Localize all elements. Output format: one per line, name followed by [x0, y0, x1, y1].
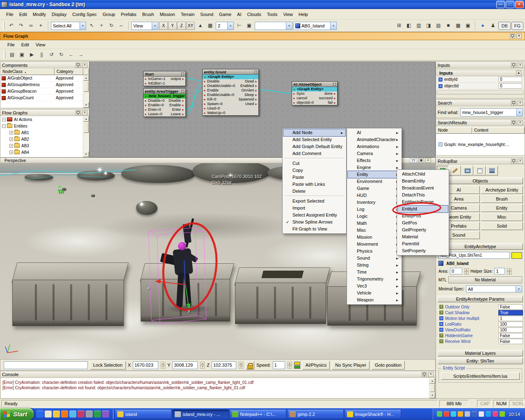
- tree-expander-icon[interactable]: [9, 151, 13, 154]
- flowgraph-toolbar-button[interactable]: ↻: [57, 50, 66, 59]
- component-row[interactable]: AIGroupAlertness Approved: [0, 82, 89, 88]
- tab-database[interactable]: [474, 166, 486, 176]
- menu-item[interactable]: Clouds: [244, 10, 264, 18]
- context-menu-item[interactable]: Select Assigned Entity: [283, 212, 345, 219]
- entity-menu-item[interactable]: EntityPos: [398, 212, 448, 219]
- flowgraph-toolbar-button[interactable]: ↺: [47, 50, 56, 59]
- category-menu-item[interactable]: Movement: [348, 241, 401, 248]
- tab-layers[interactable]: [486, 166, 498, 176]
- collapse-section-icon[interactable]: ▴: [516, 71, 521, 75]
- param-value[interactable]: True: [498, 310, 523, 315]
- close-icon[interactable]: ×: [518, 159, 523, 164]
- entity-menu-item[interactable]: GetProperty: [398, 226, 448, 233]
- node-port-row[interactable]: Disable=0Disable: [144, 98, 185, 103]
- flowgraph-menu-item[interactable]: Edit: [18, 41, 32, 48]
- node-port-row[interactable]: DisableDead: [203, 79, 258, 84]
- flowgraph-menu-item[interactable]: File: [4, 41, 18, 48]
- graph-tree-item[interactable]: AB3: [0, 142, 89, 149]
- flowgraph-toolbar-button[interactable]: ▶: [27, 50, 37, 59]
- tray-icon[interactable]: [493, 411, 498, 417]
- param-value[interactable]: False: [498, 304, 523, 310]
- graph-tree-item[interactable]: Entities: [0, 123, 89, 129]
- component-row[interactable]: AIGrabObject Approved: [0, 75, 89, 82]
- view-combo[interactable]: View ▼: [131, 22, 158, 30]
- param-row[interactable]: ? Receive Wind False: [436, 338, 525, 344]
- flowgraph-window-caption[interactable]: Flow Graph ×: [0, 32, 525, 40]
- menu-item[interactable]: Modify: [30, 10, 49, 18]
- pin-icon[interactable]: [75, 63, 81, 68]
- object-type-button[interactable]: Entity: [481, 204, 523, 212]
- context-menu-item[interactable]: Import: [283, 205, 345, 212]
- ai-physics-button[interactable]: AI/Physics: [302, 361, 330, 370]
- category-menu-item[interactable]: AI: [348, 129, 401, 136]
- category-menu-item[interactable]: Trigonometry: [348, 276, 401, 283]
- pin-icon[interactable]: [511, 120, 516, 125]
- entity-menu-item[interactable]: DetachThis: [398, 192, 448, 199]
- context-menu-item[interactable]: Add Graph Default Entity: [283, 143, 345, 150]
- toolbar-icon-button[interactable]: ⌖: [36, 21, 46, 30]
- category-menu-item[interactable]: Vehicle: [348, 290, 401, 297]
- editor-tool-button[interactable]: ▥: [414, 21, 423, 30]
- pin-icon[interactable]: [511, 100, 516, 105]
- toolbar-grip[interactable]: [4, 51, 5, 59]
- pin-icon[interactable]: [75, 110, 81, 115]
- node-collapse-icon[interactable]: [333, 83, 336, 86]
- transform-tool-button[interactable]: ↻: [107, 21, 116, 30]
- flowgraph-toolbar-button[interactable]: ▤: [7, 50, 17, 59]
- dropdown-arrow-icon[interactable]: ▼: [152, 22, 158, 30]
- tray-icon[interactable]: [465, 411, 470, 417]
- context-menu-item[interactable]: Copy: [283, 167, 345, 174]
- terrain-tool-button[interactable]: ▲: [196, 21, 205, 30]
- column-header-options-button[interactable]: [83, 68, 89, 75]
- grid-size-combo[interactable]: 2 ▼: [216, 22, 234, 30]
- context-menu-item[interactable]: Add Selected Entity: [283, 136, 345, 143]
- category-menu-item[interactable]: AnimatedCharacter: [348, 136, 401, 143]
- close-icon[interactable]: ×: [518, 63, 523, 68]
- context-menu-item[interactable]: Add Comment: [283, 150, 345, 157]
- taskbar-task-button[interactable]: gimp-2.2: [287, 409, 344, 419]
- y-spinner[interactable]: ▲▼: [200, 362, 205, 369]
- toolbar-icon-button[interactable]: ∞: [26, 21, 36, 30]
- input-row[interactable]: n entityId 0: [437, 76, 524, 83]
- node-port-row[interactable]: InGame=1output: [144, 77, 185, 81]
- category-menu-item[interactable]: Animations: [348, 143, 401, 150]
- snap-tool-button[interactable]: ⊢: [235, 21, 244, 30]
- x-coordinate-input[interactable]: 1670.023: [133, 361, 158, 369]
- concrete-barrier[interactable]: [12, 262, 124, 326]
- clock[interactable]: 10:14: [509, 412, 520, 417]
- object-type-button[interactable]: Misc: [481, 213, 523, 221]
- graph-tree-item[interactable]: AB1: [0, 129, 89, 136]
- terrain-tool-button[interactable]: ▦: [205, 21, 215, 30]
- axis-lock-button[interactable]: X: [159, 22, 168, 30]
- menu-item[interactable]: Display: [49, 10, 69, 18]
- category-menu-item[interactable]: Vec3: [348, 283, 401, 290]
- close-icon[interactable]: ×: [82, 63, 87, 68]
- objects-section-header[interactable]: Objects: [438, 178, 523, 184]
- column-header-nodeclass[interactable]: NodeClass: [0, 68, 55, 75]
- material-layers-header[interactable]: Material Layers: [438, 350, 523, 356]
- menu-item[interactable]: Game: [216, 10, 234, 18]
- input-value[interactable]: 0: [498, 83, 522, 89]
- context-menu-item[interactable]: Cut: [283, 160, 345, 167]
- viewport-layout-icon[interactable]: ▣: [418, 158, 424, 163]
- param-row[interactable]: n LodRatio 100: [436, 321, 525, 327]
- goto-position-button[interactable]: Goto position: [372, 361, 405, 370]
- node-port-row[interactable]: Enter=0Enter: [144, 107, 185, 112]
- flowgraph-toolbar-button[interactable]: ←: [66, 50, 76, 59]
- entity-menu-item[interactable]: EntityId: [398, 205, 448, 212]
- flowgraph-toolbar-button[interactable]: ▣: [17, 50, 27, 59]
- param-value[interactable]: False: [498, 339, 523, 344]
- quick-launch-icon[interactable]: [61, 411, 68, 418]
- node-start[interactable]: Start InGame=1outputInEditor=1: [143, 71, 186, 86]
- param-value[interactable]: 1: [498, 316, 523, 321]
- menu-item[interactable]: Config Spec: [69, 10, 100, 18]
- tray-icon[interactable]: [437, 411, 442, 417]
- concrete-barrier[interactable]: [235, 267, 326, 324]
- node-port-row[interactable]: Enable=0Enable: [144, 103, 185, 107]
- viewport-menu-icon[interactable]: ≡: [425, 158, 431, 163]
- node-port-row[interactable]: InEditor=1: [144, 81, 185, 86]
- editor-tool-button[interactable]: ◨: [424, 21, 433, 30]
- snap-tool-button[interactable]: ▣: [244, 21, 254, 30]
- object-type-button[interactable]: Brush: [481, 195, 523, 203]
- graph-tree-item[interactable]: AB2: [0, 136, 89, 142]
